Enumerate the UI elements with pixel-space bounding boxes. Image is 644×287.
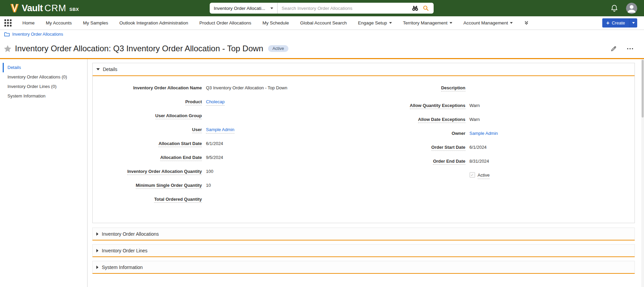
field-label-text: Inventory Order Allocation Name <box>133 85 202 90</box>
field-value: ✓Active <box>466 173 490 179</box>
details-panel-title: Details <box>103 67 117 72</box>
field-label-text: Minimum Single Order Quantity <box>136 183 202 189</box>
chevron-down-icon <box>632 22 635 24</box>
section-header-system-information[interactable]: System Information <box>92 261 635 274</box>
sidebar-item-inventory-order-allocations-0[interactable]: Inventory Order Allocations (0) <box>3 72 87 82</box>
scrollbar-track[interactable] <box>641 59 644 287</box>
field-value-text: 100 <box>206 169 213 174</box>
section-header-inventory-order-lines[interactable]: Inventory Order Lines <box>92 244 635 257</box>
field-label: Allocation Start Date <box>93 141 202 146</box>
status-badge: Active <box>268 45 288 52</box>
nav-item-label: My Accounts <box>46 20 72 25</box>
fields-column-left: Inventory Order Allocation NameQ3 Invent… <box>93 85 364 211</box>
field-label: Inventory Order Allocation Quantity <box>93 169 202 174</box>
section-header-inventory-order-allocations[interactable]: Inventory Order Allocations <box>92 228 635 240</box>
chevron-down-icon <box>389 22 392 24</box>
chevron-down-icon <box>510 22 513 24</box>
search-icon[interactable] <box>423 5 429 11</box>
field-row-allow-date-exceptions: Allow Date ExceptionsWarn <box>364 117 635 131</box>
field-value-text: 6/1/2024 <box>470 145 487 150</box>
field-row-inventory-order-allocation-quantity: Inventory Order Allocation Quantity100 <box>93 169 364 183</box>
accent-divider <box>0 58 644 59</box>
brand-vault-text: Vault <box>22 3 43 14</box>
field-row-product: ProductCholecap <box>93 99 364 113</box>
scrollbar-thumb[interactable] <box>642 60 644 118</box>
header-actions <box>610 0 637 16</box>
field-value: 100 <box>202 169 213 174</box>
field-value: 9/5/2024 <box>202 155 223 160</box>
nav-item-home[interactable]: Home <box>22 20 35 25</box>
active-checkbox[interactable]: ✓ <box>470 172 475 178</box>
field-label-text: Allocation Start Date <box>158 141 202 147</box>
nav-item-outlook-integration-administration[interactable]: Outlook Integration Administration <box>119 20 188 25</box>
create-split-button: + Create <box>602 18 637 28</box>
field-row-allow-quantity-exceptions: Allow Quantity ExceptionsWarn <box>364 103 635 117</box>
field-row-active: ✓Active <box>364 173 635 186</box>
edit-pencil-icon[interactable] <box>610 46 617 52</box>
field-value: Cholecap <box>202 99 225 106</box>
more-tabs-icon[interactable] <box>524 20 529 25</box>
binoculars-icon[interactable] <box>412 5 419 11</box>
notifications-bell-icon[interactable] <box>610 4 619 13</box>
create-dropdown-caret[interactable] <box>629 18 637 28</box>
section-title: System Information <box>102 265 143 270</box>
expand-caret-icon <box>96 249 98 252</box>
expand-caret-icon <box>96 266 98 269</box>
field-label: Allocation End Date <box>93 155 202 160</box>
user-avatar[interactable] <box>626 3 637 14</box>
section-title: Inventory Order Allocations <box>102 231 159 237</box>
details-fields: Inventory Order Allocation NameQ3 Invent… <box>93 76 634 211</box>
field-value: 6/1/2024 <box>202 141 223 146</box>
field-label-text: Order Start Date <box>431 145 465 151</box>
field-value: 8/31/2024 <box>466 159 489 164</box>
record-link-sample-admin[interactable]: Sample Admin <box>470 131 498 136</box>
chevron-down-icon <box>270 7 273 9</box>
search-scope-label: Inventory Order Allocati... <box>214 6 265 11</box>
nav-item-my-schedule[interactable]: My Schedule <box>263 20 289 25</box>
nav-item-my-accounts[interactable]: My Accounts <box>46 20 72 25</box>
field-row-user-allocation-group: User Allocation Group <box>93 113 364 127</box>
nav-item-global-account-search[interactable]: Global Account Search <box>300 20 347 25</box>
nav-item-territory-management[interactable]: Territory Management <box>403 20 452 25</box>
app-launcher-icon[interactable] <box>4 19 12 26</box>
more-actions-ellipsis-icon[interactable] <box>626 48 634 50</box>
nav-item-label: Product Order Allocations <box>199 20 251 25</box>
search-scope-dropdown[interactable]: Inventory Order Allocati... <box>210 3 278 14</box>
vault-crm-logo: Vault CRM SBX <box>10 0 79 16</box>
nav-item-label: Account Management <box>463 20 508 25</box>
field-row-order-end-date: Order End Date8/31/2024 <box>364 159 635 173</box>
field-row-allocation-start-date: Allocation Start Date6/1/2024 <box>93 141 364 155</box>
sidebar-item-system-information[interactable]: System Information <box>3 91 87 101</box>
sidebar-item-inventory-order-lines-0[interactable]: Inventory Order Lines (0) <box>3 82 87 91</box>
field-label: Owner <box>364 131 466 136</box>
search-input[interactable] <box>278 3 412 14</box>
field-value: Q3 Inventory Order Allocation - Top Down <box>202 85 287 91</box>
field-value-text: 9/5/2024 <box>206 155 223 160</box>
field-value-text: Warn <box>470 103 480 108</box>
field-label: Order End Date <box>364 159 466 164</box>
details-panel-header[interactable]: Details <box>93 63 634 76</box>
app-window: Vault CRM SBX Inventory Order Allocati..… <box>0 0 644 287</box>
field-value: Sample Admin <box>466 131 498 136</box>
nav-item-label: Outlook Integration Administration <box>119 20 188 25</box>
field-label: Allow Date Exceptions <box>364 117 466 122</box>
field-row-order-start-date: Order Start Date6/1/2024 <box>364 145 635 159</box>
favorite-star-icon[interactable] <box>3 44 12 53</box>
field-label: Product <box>93 99 202 105</box>
nav-item-label: Global Account Search <box>300 20 347 25</box>
record-link-cholecap[interactable]: Cholecap <box>206 99 225 106</box>
nav-item-account-management[interactable]: Account Management <box>463 20 513 25</box>
record-link-sample-admin[interactable]: Sample Admin <box>206 127 234 133</box>
field-label: Minimum Single Order Quantity <box>93 183 202 188</box>
field-row-user: UserSample Admin <box>93 127 364 141</box>
field-label: User <box>93 127 202 132</box>
nav-item-product-order-allocations[interactable]: Product Order Allocations <box>199 20 251 25</box>
main-nav-bar: HomeMy AccountsMy SamplesOutlook Integra… <box>0 16 644 30</box>
nav-item-label: Home <box>22 20 35 25</box>
sidebar-item-details[interactable]: Details <box>3 63 87 72</box>
create-button[interactable]: + Create <box>602 18 629 28</box>
field-label-text: Product <box>185 99 202 105</box>
breadcrumb-link[interactable]: Inventory Order Allocations <box>12 32 63 37</box>
nav-item-my-samples[interactable]: My Samples <box>83 20 108 25</box>
nav-item-engage-setup[interactable]: Engage Setup <box>358 20 392 25</box>
